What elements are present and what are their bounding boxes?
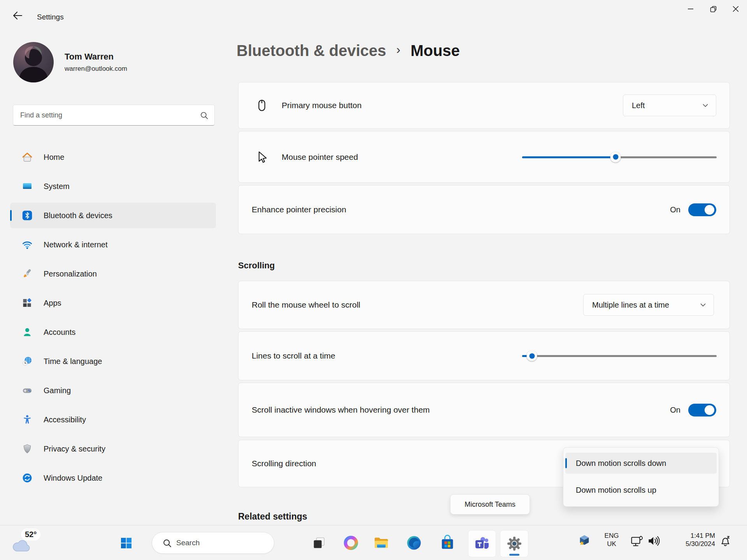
notification-bell-button[interactable] [719, 535, 731, 548]
personalization-icon [22, 268, 33, 279]
system-icon [22, 181, 33, 192]
copilot-icon [342, 534, 359, 551]
sidebar-item-system[interactable]: System [10, 173, 216, 199]
settings-app-button[interactable] [500, 530, 528, 557]
gear-icon [506, 535, 523, 552]
minimize-icon [687, 5, 694, 12]
back-button[interactable] [9, 8, 26, 23]
sidebar-item-gaming[interactable]: Gaming [10, 378, 216, 403]
teams-button[interactable] [468, 530, 496, 557]
wheel-scroll-card: Roll the mouse wheel to scroll Multiple … [238, 281, 730, 329]
tray-time: 1:41 PM [666, 532, 715, 540]
sidebar-item-home[interactable]: Home [10, 144, 216, 170]
toggle-knob [705, 405, 714, 415]
lines-to-scroll-slider[interactable] [522, 350, 717, 362]
primary-mouse-button-dropdown[interactable]: Left [623, 94, 716, 116]
sidebar-item-network-internet[interactable]: Network & internet [10, 232, 216, 257]
setting-label: Mouse pointer speed [282, 152, 358, 162]
language-code: ENG [601, 532, 622, 540]
enhance-pointer-precision-card: Enhance pointer precision On [238, 185, 730, 234]
find-setting-input[interactable] [13, 105, 214, 125]
tray-network-icon[interactable] [630, 536, 644, 548]
sidebar-item-label: Windows Update [44, 474, 102, 483]
sidebar-item-label: Privacy & security [44, 444, 105, 453]
enhance-precision-toggle[interactable] [688, 203, 716, 216]
monitor-plug-icon [630, 536, 644, 547]
file-explorer-icon [373, 534, 390, 551]
scrolling-section-heading: Scrolling [238, 261, 275, 271]
flyout-option-scrolls-down[interactable]: Down motion scrolls down [565, 453, 717, 474]
mouse-icon [255, 99, 268, 112]
windows-logo-icon [121, 538, 132, 548]
breadcrumb-parent[interactable]: Bluetooth & devices [237, 42, 386, 60]
bell-dnd-icon [719, 535, 731, 547]
sidebar-item-label: Bluetooth & devices [44, 211, 112, 220]
edge-icon [405, 534, 423, 551]
tray-volume-icon[interactable] [647, 536, 660, 548]
mouse-pointer-speed-card: Mouse pointer speed [238, 131, 730, 183]
taskbar-weather-widget[interactable]: 52° [9, 528, 48, 557]
flyout-option-scrolls-up[interactable]: Down motion scrolls up [565, 480, 717, 500]
sidebar-item-windows-update[interactable]: Windows Update [10, 465, 216, 491]
related-settings-heading: Related settings [238, 511, 307, 522]
windows-update-icon [22, 472, 33, 483]
edge-button[interactable] [402, 530, 426, 556]
setting-label: Roll the mouse wheel to scroll [252, 300, 360, 310]
avatar-silhouette [13, 42, 54, 82]
copilot-button[interactable] [339, 530, 363, 556]
scroll-inactive-toggle[interactable] [688, 404, 716, 416]
restore-icon [710, 5, 717, 13]
scrolling-direction-flyout: Down motion scrolls down Down motion scr… [563, 447, 719, 507]
close-button[interactable] [724, 0, 747, 18]
gaming-icon [22, 385, 33, 396]
chevron-down-icon [703, 104, 708, 107]
teams-icon [473, 535, 491, 552]
breadcrumb-separator-icon: › [396, 42, 401, 57]
sidebar-item-personalization[interactable]: Personalization [10, 261, 216, 287]
speaker-icon [647, 536, 660, 546]
restore-button[interactable] [702, 0, 724, 18]
tray-date: 5/30/2024 [666, 540, 715, 548]
sidebar-item-label: System [44, 182, 70, 191]
dropdown-value: Multiple lines at a time [592, 301, 669, 310]
back-arrow-icon [12, 11, 23, 20]
tray-language-switcher[interactable]: ENG UK [601, 532, 622, 548]
task-view-button[interactable] [307, 530, 331, 556]
cursor-icon [255, 150, 268, 164]
sidebar-item-privacy-security[interactable]: Privacy & security [10, 436, 216, 462]
slider-track[interactable] [522, 355, 717, 357]
sidebar-item-label: Home [44, 153, 64, 162]
sidebar-item-label: Accounts [44, 328, 75, 337]
tray-clock[interactable]: 1:41 PM 5/30/2024 [666, 532, 715, 548]
accounts-icon [22, 327, 33, 338]
sidebar-item-accessibility[interactable]: Accessibility [10, 407, 216, 432]
sidebar-item-apps[interactable]: Apps [10, 290, 216, 316]
sidebar-item-label: Network & internet [44, 240, 108, 249]
pointer-speed-slider[interactable] [522, 151, 717, 163]
slider-thumb[interactable] [610, 152, 621, 162]
sidebar-item-label: Accessibility [44, 415, 86, 424]
slider-thumb[interactable] [527, 351, 537, 361]
breadcrumb: Bluetooth & devices › Mouse [237, 42, 460, 60]
wheel-scroll-dropdown[interactable]: Multiple lines at a time [583, 294, 714, 316]
virtualbox-tray-icon[interactable] [578, 534, 591, 548]
microsoft-store-button[interactable] [436, 530, 459, 556]
slider-fill [522, 156, 615, 158]
start-button[interactable] [117, 530, 135, 556]
lines-to-scroll-card: Lines to scroll at a time [238, 331, 730, 380]
search-icon [200, 112, 208, 119]
sidebar-item-bluetooth-devices[interactable]: Bluetooth & devices [10, 203, 216, 228]
sidebar-item-label: Gaming [44, 386, 71, 395]
file-explorer-button[interactable] [370, 530, 393, 556]
taskbar: 52° [0, 525, 747, 560]
sidebar-item-label: Time & language [44, 357, 102, 366]
weather-temp: 52° [21, 528, 40, 541]
setting-label: Lines to scroll at a time [252, 351, 335, 360]
sidebar-item-accounts[interactable]: Accounts [10, 319, 216, 345]
minimize-button[interactable] [679, 0, 702, 18]
taskbar-search-input[interactable] [176, 532, 266, 553]
sidebar-item-time-language[interactable]: Time & language [10, 348, 216, 374]
close-icon [732, 5, 739, 12]
account-name: Tom Warren [65, 52, 114, 62]
teams-tooltip: Microsoft Teams [450, 494, 530, 514]
